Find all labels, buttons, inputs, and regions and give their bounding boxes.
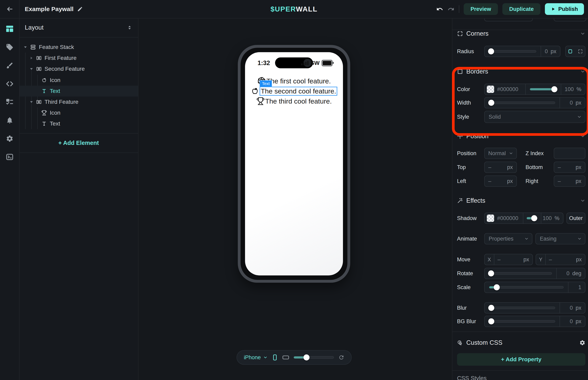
- custom-css-section-header[interactable]: Custom CSS: [457, 337, 585, 348]
- corners-section-header[interactable]: Corners: [457, 28, 585, 39]
- shadow-hex[interactable]: #000000: [497, 215, 523, 221]
- zindex-input[interactable]: [554, 148, 585, 159]
- color-swatch[interactable]: [487, 85, 494, 93]
- y-prefix: Y: [536, 254, 546, 265]
- refresh-icon[interactable]: [338, 354, 344, 361]
- scale-value[interactable]: 1: [578, 284, 581, 290]
- radius-slider-thumb[interactable]: [488, 48, 494, 54]
- tree-item-second-feature[interactable]: Second Feature: [19, 63, 138, 74]
- radius-slider[interactable]: [489, 50, 536, 53]
- animate-easing-dropdown[interactable]: Easing: [535, 233, 585, 244]
- phone-bezel: 1:32 SW The first cool feature.: [241, 48, 347, 280]
- chevron-down-icon[interactable]: [580, 69, 585, 74]
- feature-text[interactable]: The third cool feature.: [265, 97, 332, 105]
- editor-canvas[interactable]: 1:32 SW The first cool feature.: [138, 18, 452, 380]
- effects-section-header[interactable]: Effects: [457, 195, 585, 206]
- per-corner-radius-button[interactable]: [576, 47, 585, 56]
- tree-item-text-selected[interactable]: Text: [19, 86, 138, 96]
- tree-item-icon[interactable]: Icon: [19, 107, 138, 118]
- back-button[interactable]: [0, 0, 19, 18]
- blur-slider-thumb[interactable]: [488, 305, 494, 311]
- caret-down-icon[interactable]: [29, 67, 34, 71]
- border-color-hex[interactable]: #000000: [497, 86, 525, 93]
- animate-properties-dropdown[interactable]: Properties: [484, 233, 532, 244]
- portrait-orientation-icon[interactable]: [272, 354, 278, 361]
- bg-blur-slider-thumb[interactable]: [488, 318, 494, 324]
- rail-theme-tab[interactable]: [0, 59, 19, 72]
- rail-products-tab[interactable]: [0, 41, 19, 53]
- position-zindex-row: Position Normal Z Index: [457, 148, 585, 159]
- borders-section-header[interactable]: Borders: [457, 66, 585, 77]
- tree-item-third-feature[interactable]: Third Feature: [19, 96, 138, 107]
- move-y-input[interactable]: Y – px: [536, 254, 585, 265]
- edit-pencil-icon[interactable]: [77, 6, 83, 12]
- shadow-mode-button[interactable]: Outer: [567, 212, 585, 224]
- device-select[interactable]: iPhone: [244, 354, 268, 361]
- border-opacity-value[interactable]: 100: [565, 86, 574, 93]
- left-input[interactable]: –px: [484, 175, 517, 187]
- tree-item-feature-stack[interactable]: Feature Stack: [19, 42, 138, 53]
- scale-slider[interactable]: [489, 286, 564, 288]
- rotate-slider[interactable]: [489, 272, 552, 275]
- phone-screen[interactable]: 1:32 SW The first cool feature.: [245, 52, 343, 275]
- landscape-orientation-icon[interactable]: [282, 355, 289, 360]
- tree-item-icon[interactable]: Icon: [19, 75, 138, 86]
- caret-down-icon[interactable]: [23, 45, 28, 49]
- blur-value[interactable]: 0: [570, 305, 573, 311]
- bg-blur-slider[interactable]: [489, 320, 555, 323]
- chevron-down-icon[interactable]: [580, 133, 585, 139]
- zoom-slider[interactable]: [294, 356, 334, 359]
- rail-console-tab[interactable]: [0, 151, 19, 163]
- border-opacity-slider[interactable]: [530, 88, 557, 91]
- shadow-opacity-value[interactable]: 100: [543, 215, 552, 221]
- position-section-header[interactable]: Position: [457, 131, 585, 142]
- add-element-button[interactable]: + Add Element: [19, 137, 138, 149]
- tree-item-first-feature[interactable]: First Feature: [19, 53, 138, 63]
- feature-row[interactable]: The third cool feature.: [256, 96, 332, 106]
- rail-layout-tab[interactable]: [0, 23, 19, 35]
- rail-notifications-tab[interactable]: [0, 114, 19, 126]
- blur-slider[interactable]: [489, 307, 555, 309]
- border-width-slider[interactable]: [489, 102, 555, 104]
- rail-code-tab[interactable]: [0, 78, 19, 90]
- zoom-slider-thumb[interactable]: [303, 354, 309, 361]
- rotate-value[interactable]: 0: [567, 270, 569, 277]
- add-property-button[interactable]: + Add Property: [457, 353, 585, 366]
- tree-item-text[interactable]: Text: [19, 118, 138, 129]
- feature-text[interactable]: The second cool feature.: [261, 87, 336, 95]
- shadow-opacity-thumb[interactable]: [531, 215, 537, 221]
- columns-icon: [36, 66, 42, 72]
- custom-css-settings-gear-icon[interactable]: [579, 340, 585, 346]
- caret-down-icon[interactable]: [29, 100, 34, 104]
- radius-value[interactable]: 0: [545, 48, 548, 55]
- border-width-value[interactable]: 0: [570, 100, 573, 106]
- bg-blur-value[interactable]: 0: [570, 318, 573, 324]
- sort-icon[interactable]: [127, 25, 133, 30]
- redo-icon[interactable]: [448, 6, 455, 13]
- uniform-radius-button[interactable]: [566, 47, 575, 56]
- bottom-input[interactable]: –px: [554, 162, 585, 173]
- move-x-input[interactable]: X – px: [484, 254, 533, 265]
- shadow-opacity-slider[interactable]: [527, 217, 538, 219]
- scale-slider-thumb[interactable]: [494, 284, 500, 290]
- feature-text[interactable]: The first cool feature.: [266, 77, 331, 85]
- preview-button[interactable]: Preview: [464, 3, 498, 15]
- caret-right-icon[interactable]: [29, 56, 34, 60]
- top-input[interactable]: –px: [484, 162, 517, 173]
- selected-text-element[interactable]: Text The second cool feature.: [260, 87, 337, 96]
- rail-settings-tab[interactable]: [0, 133, 19, 145]
- duplicate-button[interactable]: Duplicate: [502, 3, 541, 15]
- position-mode-dropdown[interactable]: Normal: [484, 148, 517, 159]
- chevron-down-icon[interactable]: [580, 198, 585, 203]
- border-opacity-thumb[interactable]: [551, 86, 557, 92]
- publish-button[interactable]: Publish: [545, 3, 584, 15]
- right-input[interactable]: –px: [554, 175, 585, 187]
- color-swatch[interactable]: [487, 214, 494, 222]
- chevron-down-icon[interactable]: [580, 31, 585, 36]
- border-width-thumb[interactable]: [488, 100, 494, 106]
- border-style-dropdown[interactable]: Solid: [484, 111, 585, 123]
- undo-icon[interactable]: [436, 6, 443, 13]
- feature-row-selected[interactable]: Text The second cool feature.: [251, 86, 337, 96]
- rail-checklist-tab[interactable]: [0, 96, 19, 108]
- rotate-slider-thumb[interactable]: [488, 270, 494, 276]
